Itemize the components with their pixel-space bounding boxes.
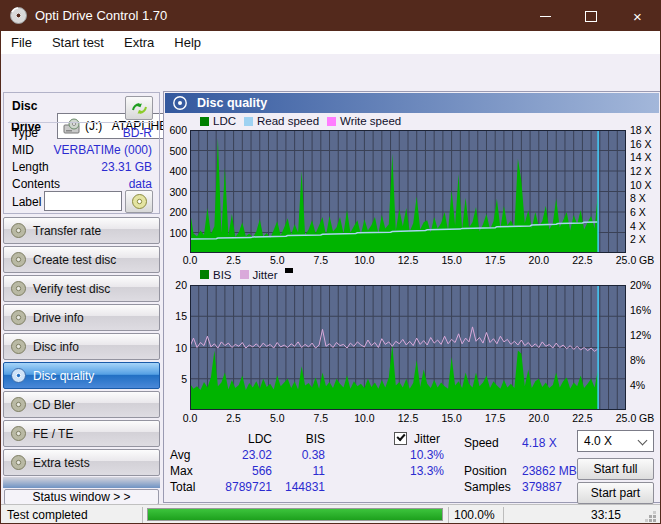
x-axis-label: 17.5: [478, 412, 512, 424]
y-axis-right-label: 10 X: [630, 179, 652, 191]
y-axis-right-label: 18 X: [630, 124, 652, 136]
start-part-button[interactable]: Start part: [577, 482, 654, 504]
disc-field-label: Length: [12, 160, 49, 174]
menu-item-help[interactable]: Help: [164, 31, 211, 54]
y-axis-right-label: 16 X: [630, 138, 652, 150]
legend-label: Jitter: [253, 269, 278, 281]
refresh-disc-button[interactable]: [125, 96, 153, 120]
sidebar-item-label: Transfer rate: [33, 224, 101, 238]
jitter-checkbox-label: Jitter: [414, 432, 440, 446]
x-axis-label: 15.0: [435, 254, 469, 266]
stat-value-ldc: 566: [209, 464, 272, 478]
x-axis-label: 15.0: [435, 412, 469, 424]
disc-icon: [11, 397, 26, 412]
y-axis-right-label: 6 X: [630, 206, 646, 218]
panel-header: Disc quality: [165, 93, 659, 113]
resize-grip[interactable]: [653, 519, 656, 522]
minimize-button[interactable]: [523, 1, 568, 31]
y-axis-right-label: 8%: [630, 354, 645, 366]
x-axis-label: 7.5: [304, 412, 338, 424]
disc-field-value: data: [129, 177, 152, 191]
titlebar[interactable]: Opti Drive Control 1.70 ×: [1, 1, 660, 31]
stat-value-ldc: 23.02: [209, 448, 272, 462]
stat-value-bis: 11: [279, 464, 325, 478]
disc-icon: [11, 426, 26, 441]
sidebar-item-disc-info[interactable]: Disc info: [3, 333, 160, 360]
sidebar-item-label: CD Bler: [33, 398, 75, 412]
x-axis-label: 12.5: [391, 254, 425, 266]
progress-fill: [148, 509, 442, 520]
sidebar-item-label: Drive info: [33, 311, 84, 325]
x-axis-label: 25.0: [609, 412, 643, 424]
disc-icon: [11, 310, 26, 325]
disc-quality-icon: [173, 96, 187, 110]
elapsed-time: 33:15: [506, 508, 621, 522]
disc-field-value: VERBATIMe (000): [54, 143, 152, 157]
x-axis-label: 17.5: [478, 254, 512, 266]
quality-speed-select[interactable]: 4.0 X: [577, 430, 654, 452]
y-axis-left-label: 20: [175, 279, 187, 291]
y-axis-left-label: 600: [169, 124, 187, 136]
sidebar-item-drive-info[interactable]: Drive info: [3, 304, 160, 331]
maximize-icon: [585, 11, 597, 22]
legend-marker: [285, 268, 293, 273]
disc-info-panel: Disc TypeBD-RMIDVERBATIMe (000)Length23.…: [3, 92, 160, 214]
chart-legend: BISJitter: [192, 268, 293, 281]
y-axis-left-label: 15: [175, 310, 187, 322]
disc-label-button[interactable]: [125, 190, 153, 213]
disc-icon: [11, 455, 26, 470]
x-axis-label: 10.0: [347, 412, 381, 424]
y-axis-right-label: 8 X: [630, 192, 646, 204]
stat-col-header: BIS: [279, 432, 325, 446]
sidebar-item-label: Disc info: [33, 340, 79, 354]
jitter-checkbox[interactable]: [394, 432, 407, 445]
x-axis-label: 0.0: [173, 412, 207, 424]
stat-right-value: 4.18 X: [522, 436, 557, 450]
sidebar-item-disc-quality[interactable]: Disc quality: [3, 362, 160, 389]
disc-icon: [11, 223, 26, 238]
y-axis-right-label: 20%: [630, 279, 651, 291]
stat-row-label: Avg: [170, 448, 208, 462]
x-axis-unit: GB: [639, 254, 654, 266]
stat-row-label: Total: [170, 480, 208, 494]
maximize-button[interactable]: [568, 1, 614, 31]
menu-item-extra[interactable]: Extra: [114, 31, 164, 54]
status-window-button[interactable]: Status window > >: [4, 489, 159, 505]
statusbar-separator: [448, 507, 449, 523]
y-axis-left-label: 100: [169, 227, 187, 239]
disc-panel-title: Disc: [12, 99, 37, 113]
sidebar-item-cd-bler[interactable]: CD Bler: [3, 391, 160, 418]
sidebar-item-verify-test-disc[interactable]: Verify test disc: [3, 275, 160, 302]
x-axis-label: 20.0: [522, 254, 556, 266]
y-axis-right-label: 2 X: [630, 233, 646, 245]
y-axis-right-label: 12%: [630, 329, 651, 341]
sidebar-item-extra-tests[interactable]: Extra tests: [3, 449, 160, 476]
start-full-button[interactable]: Start full: [577, 458, 654, 480]
stat-right-label: Position: [464, 464, 507, 478]
sidebar-item-fe-te[interactable]: FE / TE: [3, 420, 160, 447]
y-axis-left-label: 10: [175, 342, 187, 354]
close-button[interactable]: ×: [614, 1, 661, 31]
disc-field-label: Contents: [12, 177, 60, 191]
window-title: Opti Drive Control 1.70: [35, 8, 167, 23]
status-bar: Test completed 100.0% 33:15: [1, 504, 660, 524]
stat-value-bis: 144831: [279, 480, 325, 494]
sidebar-item-transfer-rate[interactable]: Transfer rate: [3, 217, 160, 244]
statusbar-separator: [503, 507, 504, 523]
sidebar-item-label: Extra tests: [33, 456, 90, 470]
y-axis-right-label: 14 X: [630, 151, 652, 163]
y-axis-right-label: 4%: [630, 379, 645, 391]
menu-item-file[interactable]: File: [1, 31, 42, 54]
sidebar-item-create-test-disc[interactable]: Create test disc: [3, 246, 160, 273]
legend-chip-read-speed: [244, 117, 253, 126]
disc-label-input[interactable]: [44, 191, 122, 211]
status-text: Test completed: [7, 508, 88, 522]
stat-value-jitter: 10.3%: [384, 448, 444, 462]
cd-icon: [132, 194, 147, 209]
disc-icon: [11, 368, 26, 383]
chart-plot: [190, 285, 626, 410]
sidebar-item-label: Create test disc: [33, 253, 116, 267]
legend-label: Write speed: [340, 115, 401, 127]
stat-row-label: Max: [170, 464, 208, 478]
menu-item-start-test[interactable]: Start test: [42, 31, 114, 54]
